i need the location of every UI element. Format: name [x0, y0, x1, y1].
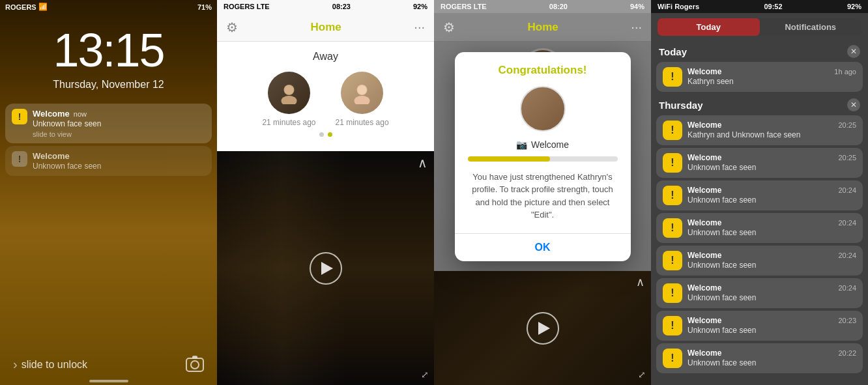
status-bar-3: ROGERS LTE 08:20 94% — [434, 0, 651, 13]
notif-body-2: Unknown face seen — [33, 162, 205, 171]
notif-content-2: Welcome Unknown face seen — [33, 151, 205, 171]
app-name-thu-3: Welcome — [687, 186, 721, 195]
chevron-up-icon-3[interactable]: ∧ — [636, 275, 644, 289]
notif-time-today-1: 1h ago — [834, 68, 856, 76]
notif-body-1: Unknown face seen — [33, 119, 205, 128]
face-time-1: 21 minutes ago — [262, 118, 315, 127]
ok-button[interactable]: OK — [455, 234, 631, 261]
welcome-icon-thu-5: ! — [663, 251, 682, 270]
tab-today[interactable]: Today — [658, 18, 760, 36]
slide-to-unlock[interactable]: › slide to unlock — [13, 357, 87, 372]
slide-text: slide to unlock — [22, 359, 87, 371]
svg-point-4 — [354, 96, 370, 104]
app-name-thu-1: Welcome — [687, 121, 721, 130]
lock-notifications: Welcome now Unknown face seen slide to v… — [0, 104, 217, 176]
dot-2 — [328, 132, 332, 137]
notifications-panel: WiFi Rogers 09:52 92% Today Notification… — [651, 0, 868, 385]
battery-2: 92% — [413, 3, 427, 10]
notif-thu-7[interactable]: ! Welcome 20:23 Unknown face seen — [656, 311, 863, 341]
expand-icon-2[interactable]: ⤢ — [421, 369, 429, 380]
tab-notifications[interactable]: Notifications — [760, 18, 862, 36]
home-indicator — [89, 380, 128, 382]
notif-content-1: Welcome now Unknown face seen slide to v… — [33, 109, 205, 138]
carrier-2: ROGERS LTE — [224, 3, 270, 10]
carrier-text: ROGERS — [5, 3, 36, 11]
slide-hint: slide to view — [33, 130, 205, 138]
notif-content-thu-2: Welcome 20:25 Unknown face seen — [687, 153, 856, 172]
notif-time-thu-5: 20:24 — [838, 251, 856, 259]
notif-content-thu-4: Welcome 20:24 Unknown face seen — [687, 218, 856, 237]
notif-thu-4[interactable]: ! Welcome 20:24 Unknown face seen — [656, 213, 863, 243]
notif-content-today-1: Welcome 1h ago Kathryn seen — [687, 67, 856, 86]
notif-today-1[interactable]: ! Welcome 1h ago Kathryn seen — [656, 62, 863, 92]
notif-time-thu-2: 20:25 — [838, 154, 856, 162]
notif-content-thu-5: Welcome 20:24 Unknown face seen — [687, 251, 856, 270]
dot-1 — [319, 132, 324, 137]
congrats-screen: ROGERS LTE 08:20 94% ⚙ Home ··· Congratu… — [434, 0, 651, 385]
status-bar-2: ROGERS LTE 08:23 92% — [217, 0, 434, 13]
notif-tab-bar: Today Notifications — [658, 18, 861, 36]
face-avatar-male — [268, 72, 310, 114]
notif-msg-thu-4: Unknown face seen — [687, 228, 856, 237]
camera-icon[interactable] — [186, 358, 204, 372]
notif-title-2: Welcome — [33, 151, 205, 161]
welcome-icon-thu-8: ! — [663, 349, 682, 368]
notif-content-thu-8: Welcome 20:22 Unknown face seen — [687, 349, 856, 367]
welcome-icon-2 — [12, 151, 27, 167]
home-away-screen: ROGERS LTE 08:23 92% ⚙ Home ··· Away 21 … — [217, 0, 434, 385]
face-avatar-female — [341, 72, 383, 114]
notif-msg-thu-6: Unknown face seen — [687, 293, 856, 302]
camera-feed-3[interactable]: ∧ ⤢ — [434, 271, 651, 385]
profile-strength-bar — [468, 156, 618, 162]
notif-time-thu-7: 20:23 — [838, 317, 856, 324]
play-button-3[interactable] — [527, 312, 559, 345]
expand-icon-3[interactable]: ⤢ — [638, 369, 646, 380]
nav-bar-2: ⚙ Home ··· — [217, 13, 434, 42]
more-icon-2[interactable]: ··· — [414, 20, 425, 35]
notif-thu-6[interactable]: ! Welcome 20:24 Unknown face seen — [656, 278, 863, 308]
notif-thu-3[interactable]: ! Welcome 20:24 Unknown face seen — [656, 180, 863, 210]
play-triangle-icon-3 — [538, 322, 550, 335]
lock-notif-2[interactable]: Welcome Unknown face seen — [5, 146, 212, 176]
nav-bar-3: ⚙ Home ··· — [434, 13, 651, 42]
today-section-header: Today ✕ — [656, 41, 863, 62]
dialog-video-label: 📷 Welcome — [468, 139, 618, 150]
lock-status-right: 71% — [197, 3, 212, 11]
notif-thu-8[interactable]: ! Welcome 20:22 Unknown face seen — [656, 343, 863, 373]
nav-title-3: Home — [528, 21, 558, 34]
settings-icon-2[interactable]: ⚙ — [226, 20, 238, 35]
lock-carrier: ROGERS 📶 — [5, 3, 48, 11]
lock-bottom: › slide to unlock — [0, 357, 217, 372]
play-button-2[interactable] — [310, 252, 342, 285]
notif-msg-today-1: Kathryn seen — [687, 77, 856, 86]
notif-thu-5[interactable]: ! Welcome 20:24 Unknown face seen — [656, 246, 863, 276]
wifi-icon: 📶 — [38, 3, 48, 11]
app-name-thu-2: Welcome — [687, 153, 721, 162]
app-name-today-1: Welcome — [687, 67, 721, 76]
app-name-thu-5: Welcome — [687, 251, 721, 260]
notif-scroll-area[interactable]: Today ✕ ! Welcome 1h ago Kathryn seen Th… — [651, 41, 868, 385]
notif-thu-1[interactable]: ! Welcome 20:25 Kathryn and Unknown face… — [656, 115, 863, 145]
settings-icon-3[interactable]: ⚙ — [443, 20, 455, 35]
app-name-thu-4: Welcome — [687, 218, 721, 227]
notif-time-1: now — [74, 110, 87, 118]
video-camera-icon: 📷 — [516, 139, 527, 150]
play-triangle-icon — [321, 262, 333, 275]
behind-dialog-content: Congratulations! 📷 Welcome You have just… — [434, 42, 651, 271]
notif-header-thu-1: Welcome 20:25 — [687, 121, 856, 130]
notif-time-thu-4: 20:24 — [838, 219, 856, 227]
more-icon-3[interactable]: ··· — [631, 20, 642, 35]
notif-time-thu-6: 20:24 — [838, 284, 856, 292]
app-name-thu-8: Welcome — [687, 349, 721, 358]
thursday-section-header: Thursday ✕ — [656, 94, 863, 115]
camera-feed-2[interactable]: ∧ ⤢ — [217, 151, 434, 385]
lock-notif-1[interactable]: Welcome now Unknown face seen slide to v… — [5, 104, 212, 143]
lock-date: Thursday, November 12 — [53, 79, 164, 91]
chevron-up-icon-2[interactable]: ∧ — [418, 155, 427, 171]
battery-3: 94% — [630, 3, 644, 10]
notif-thu-2[interactable]: ! Welcome 20:25 Unknown face seen — [656, 148, 863, 178]
clear-today-btn[interactable]: ✕ — [847, 45, 860, 58]
clear-thursday-btn[interactable]: ✕ — [847, 98, 860, 111]
notif-header-thu-5: Welcome 20:24 — [687, 251, 856, 260]
notif-header-thu-3: Welcome 20:24 — [687, 186, 856, 195]
